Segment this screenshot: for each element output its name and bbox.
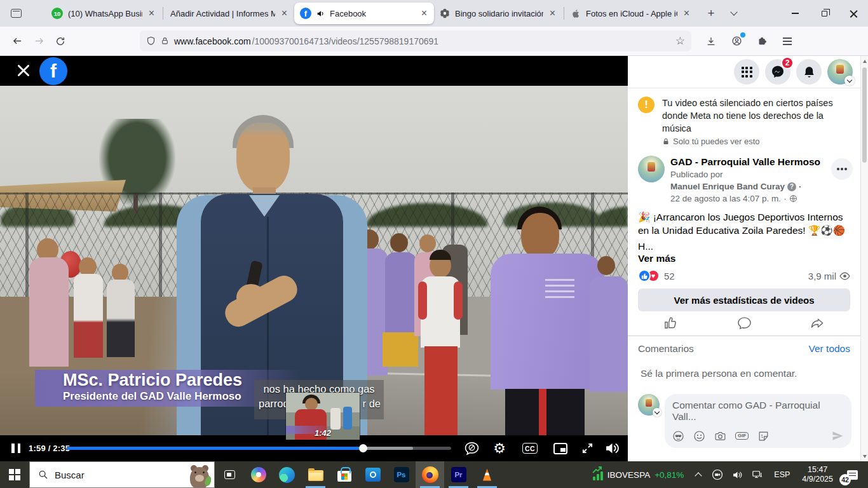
post-options-button[interactable] bbox=[831, 158, 853, 180]
extensions-button[interactable] bbox=[751, 30, 773, 52]
tab-close-icon[interactable]: × bbox=[682, 8, 691, 18]
forward-button[interactable] bbox=[28, 30, 50, 52]
avatar-sticker-icon[interactable] bbox=[672, 430, 684, 442]
tab-facebook-active[interactable]: f Facebook × bbox=[294, 3, 434, 24]
see-more-link[interactable]: Ver más bbox=[628, 252, 860, 264]
like-reaction-icon[interactable] bbox=[638, 269, 651, 282]
firefox-view-button[interactable] bbox=[5, 4, 27, 23]
settings-gear-button[interactable]: ⚙ bbox=[487, 435, 512, 461]
action-center-button[interactable]: 42 bbox=[839, 461, 865, 488]
window-restore-button[interactable] bbox=[810, 0, 839, 27]
emoji-icon[interactable] bbox=[693, 430, 705, 442]
scroll-down-arrow[interactable] bbox=[861, 452, 868, 461]
start-button[interactable] bbox=[0, 461, 29, 488]
window-close-button[interactable] bbox=[839, 0, 868, 27]
comment-input[interactable]: Comentar como GAD - Parroquial Vall... G… bbox=[665, 394, 851, 448]
taskbar-premiere[interactable]: Pr bbox=[444, 461, 473, 488]
tab-close-icon[interactable]: × bbox=[420, 8, 428, 18]
taskbar-photoshop[interactable]: Ps bbox=[387, 461, 416, 488]
pause-button[interactable] bbox=[11, 444, 20, 453]
page-name[interactable]: GAD - Parroquial Valle Hermoso bbox=[670, 156, 831, 168]
taskbar-clock[interactable]: 15:47 4/9/2025 bbox=[796, 465, 839, 484]
tab-list-dropdown[interactable] bbox=[724, 4, 743, 23]
taskbar-search[interactable]: Buscar bbox=[29, 461, 215, 488]
post-date[interactable]: 22 de agosto a las 4:07 p. m. bbox=[670, 193, 781, 205]
window-minimize-button[interactable] bbox=[780, 0, 810, 27]
page-avatar[interactable] bbox=[638, 156, 665, 182]
composer-avatar[interactable] bbox=[638, 394, 660, 416]
tab-icloud[interactable]: Fotos en iCloud - Apple iClou × bbox=[566, 3, 696, 24]
reload-button[interactable] bbox=[50, 30, 71, 52]
tab-close-icon[interactable]: × bbox=[147, 8, 156, 18]
volume-button[interactable] bbox=[600, 435, 624, 461]
notifications-button[interactable] bbox=[796, 59, 822, 85]
tab-close-icon[interactable]: × bbox=[548, 8, 557, 18]
meet-now-icon[interactable] bbox=[707, 469, 728, 480]
windows-logo-icon bbox=[9, 469, 20, 480]
fullscreen-button[interactable] bbox=[575, 435, 599, 461]
seek-handle[interactable] bbox=[359, 444, 367, 452]
sticker-icon[interactable] bbox=[757, 430, 770, 442]
help-badge-icon[interactable]: ? bbox=[787, 182, 796, 191]
subtitle-line-2-right: r de bbox=[363, 398, 381, 410]
camera-icon[interactable] bbox=[714, 430, 726, 442]
profile-avatar[interactable] bbox=[827, 59, 853, 85]
taskbar-vlc[interactable] bbox=[473, 461, 501, 488]
facebook-sidebar: 2 ! Tu video está silenciado en ciertos … bbox=[628, 56, 860, 461]
tab-whatsapp[interactable]: 10 (10) WhatsApp Business × bbox=[46, 3, 161, 24]
network-icon[interactable] bbox=[747, 469, 768, 480]
comments-title: Comentarios bbox=[638, 343, 694, 355]
volume-tray-icon[interactable] bbox=[728, 470, 747, 480]
language-indicator[interactable]: ESP bbox=[768, 470, 796, 479]
like-button[interactable] bbox=[663, 316, 678, 330]
facebook-header: 2 bbox=[628, 56, 860, 88]
picture-in-picture-button[interactable] bbox=[548, 435, 573, 461]
stock-ticker[interactable]: IBOVESPA +0,81% bbox=[587, 469, 689, 480]
chevron-down-icon bbox=[730, 8, 737, 15]
comment-button[interactable] bbox=[737, 316, 752, 330]
closed-captions-button[interactable]: CC bbox=[518, 435, 542, 461]
task-view-button[interactable] bbox=[215, 461, 244, 488]
bookmark-star-icon[interactable]: ☆ bbox=[675, 34, 685, 48]
share-button[interactable] bbox=[810, 316, 825, 330]
menu-button[interactable] bbox=[776, 30, 798, 52]
see-all-comments-link[interactable]: Ver todos bbox=[809, 343, 851, 355]
downloads-button[interactable] bbox=[700, 30, 722, 52]
taskbar-file-explorer[interactable] bbox=[301, 461, 330, 488]
scrollbar-thumb[interactable] bbox=[862, 67, 867, 163]
publisher-name[interactable]: Manuel Enrique Band Curay bbox=[670, 180, 785, 193]
facebook-logo[interactable]: f bbox=[39, 57, 67, 85]
new-tab-button[interactable]: + bbox=[702, 4, 721, 23]
gif-icon[interactable]: GIF bbox=[735, 432, 749, 440]
video-player[interactable]: MSc. Patricio Paredes Presidente del GAD… bbox=[0, 56, 628, 461]
stock-change: +0,81% bbox=[654, 470, 684, 480]
lock-icon[interactable] bbox=[161, 36, 169, 46]
send-comment-button[interactable] bbox=[831, 430, 844, 442]
tab-audio-icon[interactable] bbox=[316, 10, 325, 18]
shield-icon[interactable] bbox=[146, 36, 156, 46]
taskbar-firefox-active[interactable] bbox=[416, 461, 444, 488]
taskbar-store[interactable] bbox=[330, 461, 358, 488]
taskbar-copilot[interactable] bbox=[244, 461, 273, 488]
seek-bar[interactable] bbox=[67, 447, 451, 450]
warning-text: Tu video está silenciado en ciertos país… bbox=[662, 97, 850, 135]
back-button[interactable] bbox=[6, 30, 28, 52]
apps-menu-button[interactable] bbox=[734, 59, 759, 85]
comments-disabled-button[interactable] bbox=[459, 435, 484, 461]
taskbar-edge[interactable] bbox=[273, 461, 301, 488]
page-scrollbar[interactable] bbox=[860, 56, 868, 461]
messenger-button[interactable]: 2 bbox=[765, 59, 790, 85]
scroll-up-arrow[interactable] bbox=[861, 57, 868, 65]
reactions-row: ♥ 52 3,9 mil bbox=[628, 264, 860, 286]
video-stats-button[interactable]: Ver más estadísticas de videos bbox=[638, 288, 850, 311]
tab-close-icon[interactable]: × bbox=[280, 8, 288, 18]
reaction-count[interactable]: 52 bbox=[664, 271, 675, 281]
address-bar[interactable]: www.facebook.com/100093700164713/videos/… bbox=[140, 30, 691, 51]
tab-informes[interactable]: Añadir Actividad | Informes Mens × bbox=[165, 3, 294, 24]
account-button[interactable] bbox=[726, 30, 747, 52]
search-highlight-bear-image[interactable] bbox=[187, 462, 212, 487]
taskbar-outlook[interactable] bbox=[358, 461, 387, 488]
tray-expand-button[interactable] bbox=[689, 471, 707, 478]
tab-bingo[interactable]: Bingo solidario invitación × bbox=[434, 3, 562, 24]
video-close-button[interactable] bbox=[15, 62, 32, 79]
